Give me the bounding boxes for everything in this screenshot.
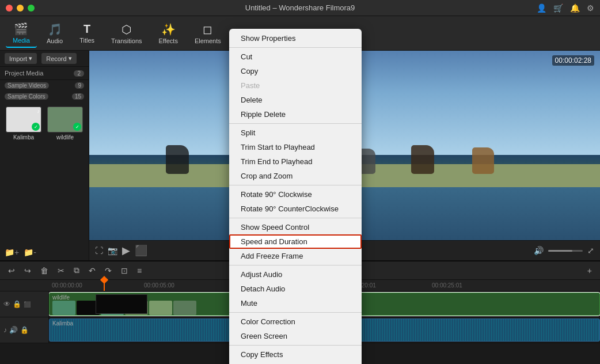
project-media-label: Project Media — [5, 70, 43, 77]
ctx-rotate-ccw[interactable]: Rotate 90° CounterClockwise — [229, 202, 362, 216]
copy-tool-icon[interactable]: ⧉ — [71, 264, 82, 276]
ctx-ripple-delete[interactable]: Ripple Delete — [229, 107, 362, 122]
media-item-wildlife[interactable]: ✓ wildlife — [46, 107, 84, 240]
remove-icon[interactable]: 📁- — [24, 248, 36, 257]
ctx-separator-2 — [229, 123, 362, 124]
toolbar-effects[interactable]: ✨ Effects — [152, 20, 185, 47]
toolbar-transitions[interactable]: ⬡ Transitions — [104, 20, 149, 47]
volume-slider[interactable] — [548, 250, 583, 252]
effects-label: Effects — [159, 37, 178, 44]
ctx-split[interactable]: Split — [229, 126, 362, 140]
video-lock-icon[interactable]: 🔒 — [13, 300, 21, 308]
ctx-copy-effects[interactable]: Copy Effects — [229, 347, 362, 362]
kalimba-thumbnail: ♪ ✓ — [6, 107, 41, 132]
ruler-time-start: 00:00:00:00 — [52, 282, 82, 289]
auto-level-icon[interactable]: ≡ — [135, 265, 144, 276]
effects-icon: ✨ — [161, 22, 176, 36]
sample-videos-count: 9 — [75, 82, 84, 89]
video-eye-icon[interactable]: 👁 — [3, 300, 10, 308]
ctx-show-properties[interactable]: Show Properties — [229, 31, 362, 46]
ctx-separator-3 — [229, 185, 362, 185]
add-folder-icon[interactable]: 📁+ — [5, 248, 19, 257]
close-button[interactable] — [6, 5, 13, 12]
ctx-detach-audio[interactable]: Detach Audio — [229, 282, 362, 296]
maximize-button[interactable] — [28, 5, 35, 12]
import-chevron-icon: ▾ — [29, 55, 32, 62]
maximize-preview-icon[interactable]: ⤢ — [587, 246, 594, 255]
sample-colors-section[interactable]: Sample Colors 15 — [0, 91, 89, 102]
transitions-icon: ⬡ — [121, 22, 131, 36]
delete-tool-icon[interactable]: 🗑 — [38, 265, 51, 276]
wildlife-label: wildlife — [56, 134, 74, 141]
play-button[interactable]: ▶ — [122, 244, 130, 257]
sample-videos-label: Sample Videos — [5, 82, 49, 89]
import-bar: Import ▾ Record ▾ — [0, 51, 89, 67]
ctx-trim-end[interactable]: Trim End to Playhead — [229, 154, 362, 169]
ctx-speed-duration[interactable]: Speed and Duration — [229, 234, 362, 249]
ctx-separator-7 — [229, 345, 362, 346]
titlebar-icons: 👤 🛒 🔔 ⚙ — [537, 3, 594, 13]
music-note-icon: ♪ — [37, 108, 40, 114]
ctx-show-speed[interactable]: Show Speed Control — [229, 220, 362, 234]
crop-icon[interactable]: ⊡ — [119, 265, 130, 276]
media-grid: ♪ ✓ Kalimba ✓ wildlife — [0, 102, 89, 244]
toolbar-media[interactable]: 🎬 Media — [6, 19, 37, 48]
toolbar-audio[interactable]: 🎵 Audio — [40, 20, 70, 47]
video-clip-label: wildlife — [50, 294, 73, 301]
ctx-crop-zoom[interactable]: Crop and Zoom — [229, 169, 362, 183]
ctx-delete[interactable]: Delete — [229, 93, 362, 107]
ctx-green-screen[interactable]: Green Screen — [229, 329, 362, 343]
ctx-add-freeze[interactable]: Add Freeze Frame — [229, 249, 362, 263]
rotate-right-icon[interactable]: ↷ — [102, 265, 114, 276]
volume-fill — [548, 250, 572, 252]
redo-icon[interactable]: ↪ — [22, 265, 33, 276]
audio-lock-icon[interactable]: 🔒 — [20, 326, 29, 334]
horse-6 — [472, 147, 494, 174]
audio-note-icon: ♪ — [3, 326, 7, 334]
bell-icon[interactable]: 🔔 — [570, 3, 580, 13]
ctx-trim-start[interactable]: Trim Start to Playhead — [229, 140, 362, 154]
horse-1 — [166, 145, 189, 174]
undo-icon[interactable]: ↩ — [6, 265, 17, 276]
ctx-paste-effects: Paste Effects — [229, 362, 362, 364]
sample-colors-count: 15 — [72, 93, 84, 100]
add-track-icon[interactable]: + — [585, 265, 594, 276]
panel-footer-buttons: 📁+ 📁- — [0, 244, 89, 260]
media-item-kalimba[interactable]: ♪ ✓ Kalimba — [5, 107, 43, 240]
ctx-separator-1 — [229, 47, 362, 48]
cut-tool-icon[interactable]: ✂ — [55, 265, 67, 276]
ruler-time-mid1: 00:00:05:00 — [144, 282, 174, 289]
project-media-header[interactable]: Project Media 2 — [0, 67, 89, 80]
ctx-mute[interactable]: Mute — [229, 296, 362, 310]
full-screen-icon[interactable]: ⛶ — [95, 246, 103, 255]
wildlife-checkmark: ✓ — [73, 123, 81, 131]
transitions-label: Transitions — [111, 37, 142, 44]
audio-mute-icon[interactable]: 🔊 — [9, 326, 18, 334]
ctx-copy[interactable]: Copy — [229, 64, 362, 78]
ctx-adjust-audio[interactable]: Adjust Audio — [229, 267, 362, 282]
settings-icon[interactable]: ⚙ — [587, 3, 594, 13]
stop-button[interactable]: ⬛ — [135, 244, 147, 257]
record-button[interactable]: Record ▾ — [41, 53, 76, 64]
window-controls — [6, 5, 35, 12]
import-button[interactable]: Import ▾ — [5, 53, 37, 64]
ctx-rotate-cw[interactable]: Rotate 90° Clockwise — [229, 187, 362, 202]
ctx-cut[interactable]: Cut — [229, 50, 362, 64]
app-title: Untitled – Wondershare Filmora9 — [245, 3, 355, 12]
ctx-color-correction[interactable]: Color Correction — [229, 314, 362, 329]
rotate-left-icon[interactable]: ↶ — [86, 265, 98, 276]
sample-videos-section[interactable]: Sample Videos 9 — [0, 80, 89, 91]
clip-thumb-1 — [52, 301, 75, 315]
playhead[interactable] — [104, 280, 105, 291]
toolbar-elements[interactable]: ◻ Elements — [188, 20, 228, 47]
screenshot-icon[interactable]: 📷 — [108, 246, 117, 255]
minimize-button[interactable] — [17, 5, 24, 12]
volume-icon[interactable]: 🔊 — [534, 246, 544, 255]
video-mute-icon[interactable]: ⬛ — [24, 301, 31, 308]
media-label: Media — [13, 37, 30, 44]
person-icon[interactable]: 👤 — [537, 3, 546, 13]
cart-icon[interactable]: 🛒 — [553, 3, 563, 13]
toolbar-titles[interactable]: T Titles — [73, 20, 101, 47]
left-panel: Import ▾ Record ▾ Project Media 2 Sample… — [0, 51, 89, 260]
horse-5 — [411, 145, 434, 174]
